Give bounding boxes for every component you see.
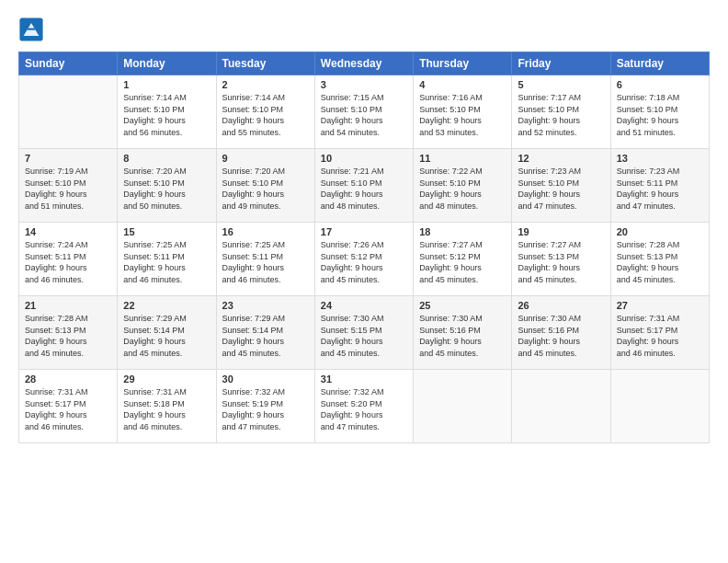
day-number: 22 xyxy=(123,300,210,311)
day-number: 23 xyxy=(222,300,309,311)
day-info: Sunrise: 7:20 AM Sunset: 5:10 PM Dayligh… xyxy=(123,166,210,212)
calendar-cell: 10Sunrise: 7:21 AM Sunset: 5:10 PM Dayli… xyxy=(314,149,413,223)
logo xyxy=(18,17,48,42)
calendar-cell: 11Sunrise: 7:22 AM Sunset: 5:10 PM Dayli… xyxy=(414,149,512,223)
calendar-day-header: Wednesday xyxy=(314,52,413,75)
calendar-cell: 24Sunrise: 7:30 AM Sunset: 5:15 PM Dayli… xyxy=(314,296,413,370)
calendar-day-header: Monday xyxy=(118,52,216,75)
calendar-cell: 28Sunrise: 7:31 AM Sunset: 5:17 PM Dayli… xyxy=(19,370,118,443)
calendar-day-header: Thursday xyxy=(414,52,512,75)
day-info: Sunrise: 7:30 AM Sunset: 5:16 PM Dayligh… xyxy=(419,313,506,359)
day-number: 8 xyxy=(123,153,210,164)
calendar-cell: 16Sunrise: 7:25 AM Sunset: 5:11 PM Dayli… xyxy=(216,223,314,296)
calendar-cell: 12Sunrise: 7:23 AM Sunset: 5:10 PM Dayli… xyxy=(512,149,610,223)
day-number: 21 xyxy=(25,300,111,311)
day-info: Sunrise: 7:24 AM Sunset: 5:11 PM Dayligh… xyxy=(25,239,111,285)
calendar-cell: 25Sunrise: 7:30 AM Sunset: 5:16 PM Dayli… xyxy=(414,296,512,370)
day-info: Sunrise: 7:23 AM Sunset: 5:10 PM Dayligh… xyxy=(518,166,604,212)
day-info: Sunrise: 7:31 AM Sunset: 5:17 PM Dayligh… xyxy=(25,386,111,432)
calendar-cell: 15Sunrise: 7:25 AM Sunset: 5:11 PM Dayli… xyxy=(118,223,216,296)
day-info: Sunrise: 7:32 AM Sunset: 5:19 PM Dayligh… xyxy=(222,386,309,432)
day-number: 2 xyxy=(222,79,309,90)
calendar-day-header: Tuesday xyxy=(216,52,314,75)
day-number: 30 xyxy=(222,373,309,385)
day-number: 26 xyxy=(518,300,604,311)
logo-icon xyxy=(18,17,44,42)
day-info: Sunrise: 7:29 AM Sunset: 5:14 PM Dayligh… xyxy=(222,313,309,359)
calendar-table: SundayMondayTuesdayWednesdayThursdayFrid… xyxy=(18,52,710,443)
calendar-cell: 13Sunrise: 7:23 AM Sunset: 5:11 PM Dayli… xyxy=(610,149,709,223)
day-number: 13 xyxy=(617,153,703,164)
calendar-cell: 22Sunrise: 7:29 AM Sunset: 5:14 PM Dayli… xyxy=(118,296,216,370)
calendar-week-row: 21Sunrise: 7:28 AM Sunset: 5:13 PM Dayli… xyxy=(19,296,710,370)
day-number: 7 xyxy=(25,153,111,164)
calendar-cell: 29Sunrise: 7:31 AM Sunset: 5:18 PM Dayli… xyxy=(118,370,216,443)
calendar-cell: 1Sunrise: 7:14 AM Sunset: 5:10 PM Daylig… xyxy=(118,75,216,149)
day-number: 18 xyxy=(419,226,506,237)
calendar-week-row: 14Sunrise: 7:24 AM Sunset: 5:11 PM Dayli… xyxy=(19,223,710,296)
day-number: 15 xyxy=(123,226,210,237)
day-number: 16 xyxy=(222,226,309,237)
day-info: Sunrise: 7:17 AM Sunset: 5:10 PM Dayligh… xyxy=(518,92,604,138)
calendar-cell: 19Sunrise: 7:27 AM Sunset: 5:13 PM Dayli… xyxy=(512,223,610,296)
day-number: 20 xyxy=(617,226,703,237)
day-number: 31 xyxy=(321,373,407,385)
calendar-cell: 7Sunrise: 7:19 AM Sunset: 5:10 PM Daylig… xyxy=(19,149,118,223)
page-header xyxy=(18,17,710,42)
calendar-cell: 30Sunrise: 7:32 AM Sunset: 5:19 PM Dayli… xyxy=(216,370,314,443)
day-info: Sunrise: 7:22 AM Sunset: 5:10 PM Dayligh… xyxy=(419,166,506,212)
calendar-cell: 4Sunrise: 7:16 AM Sunset: 5:10 PM Daylig… xyxy=(414,75,512,149)
day-info: Sunrise: 7:29 AM Sunset: 5:14 PM Dayligh… xyxy=(123,313,210,359)
calendar-cell: 6Sunrise: 7:18 AM Sunset: 5:10 PM Daylig… xyxy=(610,75,709,149)
day-number: 1 xyxy=(123,79,210,90)
day-info: Sunrise: 7:31 AM Sunset: 5:18 PM Dayligh… xyxy=(123,386,210,432)
calendar-cell: 14Sunrise: 7:24 AM Sunset: 5:11 PM Dayli… xyxy=(19,223,118,296)
day-number: 29 xyxy=(123,373,210,385)
calendar-cell: 17Sunrise: 7:26 AM Sunset: 5:12 PM Dayli… xyxy=(314,223,413,296)
day-number: 28 xyxy=(25,373,111,385)
day-number: 14 xyxy=(25,226,111,237)
calendar-week-row: 7Sunrise: 7:19 AM Sunset: 5:10 PM Daylig… xyxy=(19,149,710,223)
day-number: 17 xyxy=(321,226,407,237)
calendar-cell: 2Sunrise: 7:14 AM Sunset: 5:10 PM Daylig… xyxy=(216,75,314,149)
day-info: Sunrise: 7:31 AM Sunset: 5:17 PM Dayligh… xyxy=(617,313,703,359)
day-info: Sunrise: 7:26 AM Sunset: 5:12 PM Dayligh… xyxy=(321,239,407,285)
calendar-cell: 31Sunrise: 7:32 AM Sunset: 5:20 PM Dayli… xyxy=(314,370,413,443)
day-info: Sunrise: 7:16 AM Sunset: 5:10 PM Dayligh… xyxy=(419,92,506,138)
calendar-cell xyxy=(512,370,610,443)
calendar-cell: 3Sunrise: 7:15 AM Sunset: 5:10 PM Daylig… xyxy=(314,75,413,149)
day-info: Sunrise: 7:30 AM Sunset: 5:15 PM Dayligh… xyxy=(321,313,407,359)
day-number: 27 xyxy=(617,300,703,311)
day-info: Sunrise: 7:19 AM Sunset: 5:10 PM Dayligh… xyxy=(25,166,111,212)
day-number: 6 xyxy=(617,79,703,90)
calendar-week-row: 1Sunrise: 7:14 AM Sunset: 5:10 PM Daylig… xyxy=(19,75,710,149)
calendar-cell: 20Sunrise: 7:28 AM Sunset: 5:13 PM Dayli… xyxy=(610,223,709,296)
calendar-cell xyxy=(19,75,118,149)
day-info: Sunrise: 7:28 AM Sunset: 5:13 PM Dayligh… xyxy=(617,239,703,285)
calendar-cell: 21Sunrise: 7:28 AM Sunset: 5:13 PM Dayli… xyxy=(19,296,118,370)
day-number: 5 xyxy=(518,79,604,90)
day-info: Sunrise: 7:32 AM Sunset: 5:20 PM Dayligh… xyxy=(321,386,407,432)
day-number: 11 xyxy=(419,153,506,164)
calendar-day-header: Friday xyxy=(512,52,610,75)
day-info: Sunrise: 7:27 AM Sunset: 5:13 PM Dayligh… xyxy=(518,239,604,285)
day-number: 25 xyxy=(419,300,506,311)
day-info: Sunrise: 7:25 AM Sunset: 5:11 PM Dayligh… xyxy=(123,239,210,285)
calendar-cell: 27Sunrise: 7:31 AM Sunset: 5:17 PM Dayli… xyxy=(610,296,709,370)
calendar-day-header: Saturday xyxy=(610,52,709,75)
day-info: Sunrise: 7:20 AM Sunset: 5:10 PM Dayligh… xyxy=(222,166,309,212)
day-info: Sunrise: 7:27 AM Sunset: 5:12 PM Dayligh… xyxy=(419,239,506,285)
calendar-cell xyxy=(610,370,709,443)
day-number: 3 xyxy=(321,79,407,90)
day-number: 24 xyxy=(321,300,407,311)
day-info: Sunrise: 7:14 AM Sunset: 5:10 PM Dayligh… xyxy=(222,92,309,138)
calendar-cell: 18Sunrise: 7:27 AM Sunset: 5:12 PM Dayli… xyxy=(414,223,512,296)
day-number: 12 xyxy=(518,153,604,164)
calendar-header-row: SundayMondayTuesdayWednesdayThursdayFrid… xyxy=(19,52,710,75)
day-info: Sunrise: 7:21 AM Sunset: 5:10 PM Dayligh… xyxy=(321,166,407,212)
day-number: 9 xyxy=(222,153,309,164)
calendar-cell: 9Sunrise: 7:20 AM Sunset: 5:10 PM Daylig… xyxy=(216,149,314,223)
day-info: Sunrise: 7:23 AM Sunset: 5:11 PM Dayligh… xyxy=(617,166,703,212)
calendar-cell: 26Sunrise: 7:30 AM Sunset: 5:16 PM Dayli… xyxy=(512,296,610,370)
calendar-cell: 5Sunrise: 7:17 AM Sunset: 5:10 PM Daylig… xyxy=(512,75,610,149)
